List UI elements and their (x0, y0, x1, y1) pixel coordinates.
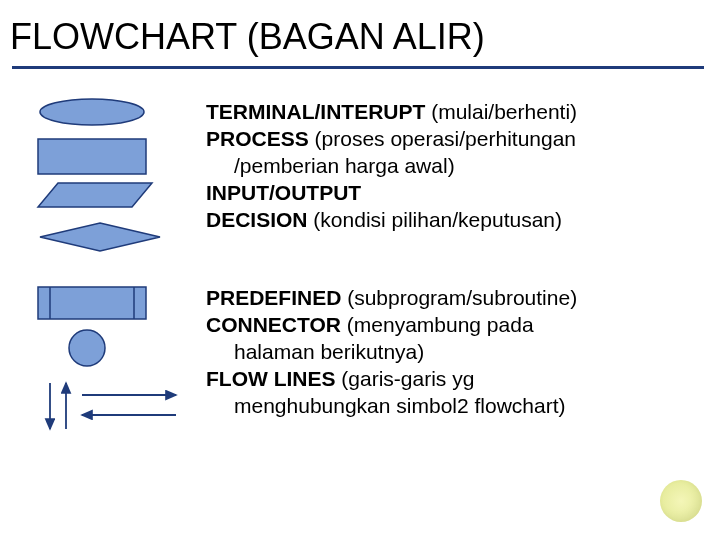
decision-line: DECISION (kondisi pilihan/keputusan) (206, 207, 700, 234)
svg-rect-1 (38, 139, 146, 174)
connector-line: CONNECTOR (menyambung pada (206, 312, 700, 339)
flowlines-desc: (garis-garis yg (336, 367, 475, 390)
connector-line2: halaman berikutnya) (206, 339, 700, 366)
process-desc: (proses operasi/perhitungan (309, 127, 576, 150)
shapes-column-2 (36, 285, 206, 437)
flowlines-line2: menghubungkan simbol2 flowchart) (206, 393, 700, 420)
connector-desc: (menyambung pada (341, 313, 534, 336)
io-line: INPUT/OUTPUT (206, 180, 700, 207)
predefined-shape-icon (36, 285, 206, 327)
predefined-desc: (subprogram/subroutine) (341, 286, 577, 309)
predefined-label: PREDEFINED (206, 286, 341, 309)
io-shape-icon (36, 181, 206, 221)
process-label: PROCESS (206, 127, 309, 150)
content-block-2: PREDEFINED (subprogram/subroutine) CONNE… (0, 285, 720, 437)
flowlines-line: FLOW LINES (garis-garis yg (206, 366, 700, 393)
terminal-label: TERMINAL/INTERUPT (206, 100, 425, 123)
decision-label: DECISION (206, 208, 308, 231)
svg-point-0 (40, 99, 144, 125)
content-block-1: TERMINAL/INTERUPT (mulai/berhenti) PROCE… (0, 69, 720, 261)
connector-label: CONNECTOR (206, 313, 341, 336)
terminal-desc: (mulai/berhenti) (425, 100, 577, 123)
slide-title: FLOWCHART (BAGAN ALIR) (0, 0, 720, 66)
svg-marker-2 (38, 183, 152, 207)
svg-rect-4 (38, 287, 146, 319)
io-label: INPUT/OUTPUT (206, 181, 361, 204)
decision-desc: (kondisi pilihan/keputusan) (308, 208, 562, 231)
connector-shape-icon (36, 327, 206, 377)
shapes-column-1 (36, 97, 206, 261)
flowlines-label: FLOW LINES (206, 367, 336, 390)
process-shape-icon (36, 137, 206, 181)
corner-decoration-icon (660, 480, 702, 522)
text-column-1: TERMINAL/INTERUPT (mulai/berhenti) PROCE… (206, 97, 700, 261)
process-line2: /pemberian harga awal) (206, 153, 700, 180)
text-column-2: PREDEFINED (subprogram/subroutine) CONNE… (206, 285, 700, 437)
terminal-line: TERMINAL/INTERUPT (mulai/berhenti) (206, 99, 700, 126)
flowlines-shape-icon (36, 377, 206, 437)
decision-shape-icon (36, 221, 206, 261)
terminal-shape-icon (36, 97, 206, 137)
svg-marker-3 (40, 223, 160, 251)
process-line: PROCESS (proses operasi/perhitungan (206, 126, 700, 153)
predefined-line: PREDEFINED (subprogram/subroutine) (206, 285, 700, 312)
svg-point-7 (69, 330, 105, 366)
